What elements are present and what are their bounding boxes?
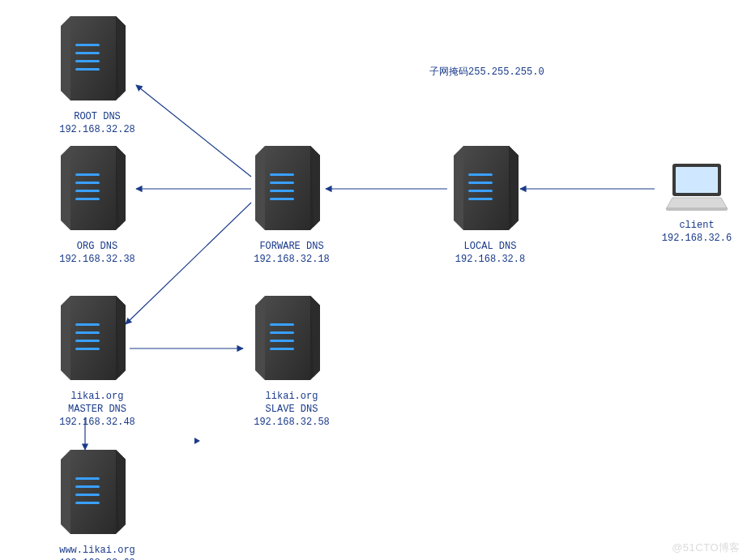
- node-slave-dns: likai.org SLAVE DNS 192.168.32.58: [243, 296, 340, 430]
- node-www: www.likai.org 192.168.32.68: [49, 450, 146, 560]
- server-icon: [255, 296, 328, 385]
- laptop-icon: [664, 162, 729, 214]
- subnet-mask-label: 子网掩码255.255.255.0: [429, 65, 544, 79]
- server-icon: [255, 146, 328, 235]
- server-icon: [454, 146, 527, 235]
- server-icon: [61, 146, 134, 235]
- node-label: likai.org SLAVE DNS 192.168.32.58: [243, 390, 340, 430]
- node-org-dns: ORG DNS 192.168.32.38: [49, 146, 146, 266]
- node-root-dns: ROOT DNS 192.168.32.28: [49, 16, 146, 136]
- node-label: LOCAL DNS 192.168.32.8: [442, 240, 539, 266]
- node-local-dns: LOCAL DNS 192.168.32.8: [442, 146, 539, 266]
- node-label: FORWARE DNS 192.168.32.18: [243, 240, 340, 266]
- diagram-canvas: 子网掩码255.255.255.0: [0, 0, 747, 560]
- node-client: client 192.168.32.6: [656, 162, 737, 245]
- node-label: likai.org MASTER DNS 192.168.32.48: [49, 390, 146, 430]
- svg-line-17: [136, 85, 251, 177]
- stray-arrowhead-icon: [194, 438, 200, 444]
- node-label: www.likai.org 192.168.32.68: [49, 544, 146, 560]
- watermark: @51CTO博客: [672, 541, 741, 555]
- node-label: client 192.168.32.6: [656, 219, 737, 245]
- server-icon: [61, 16, 134, 105]
- node-master-dns: likai.org MASTER DNS 192.168.32.48: [49, 296, 146, 430]
- node-label: ROOT DNS 192.168.32.28: [49, 110, 146, 136]
- server-icon: [61, 450, 134, 539]
- server-icon: [61, 296, 134, 385]
- node-label: ORG DNS 192.168.32.38: [49, 240, 146, 266]
- node-forward-dns: FORWARE DNS 192.168.32.18: [243, 146, 340, 266]
